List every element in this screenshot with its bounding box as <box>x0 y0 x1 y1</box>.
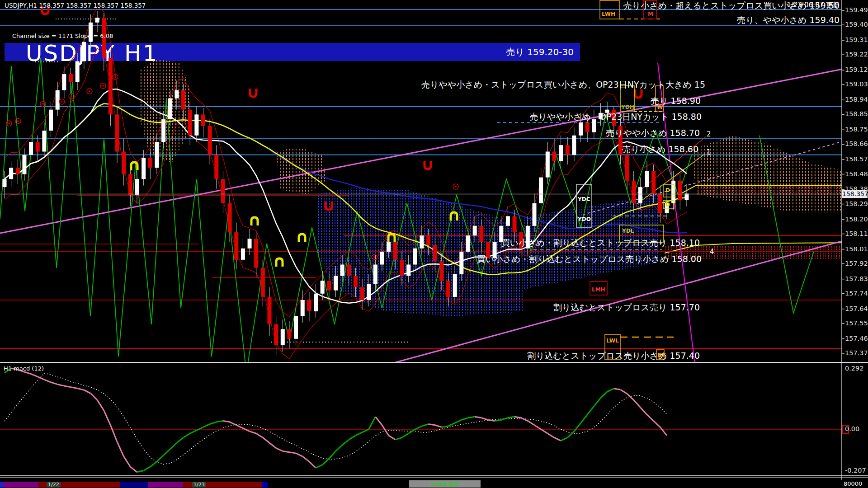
macd-line-segment <box>521 418 528 421</box>
macd-line-segment <box>614 389 621 389</box>
candle-body <box>115 114 119 151</box>
macd-line-segment <box>184 433 190 437</box>
price-annotation: 売りやや小さめ、OP23日NYカット 158.80 <box>530 111 702 123</box>
timeline-segment <box>148 482 183 488</box>
candle-body <box>572 136 576 155</box>
macd-indicator-label: H1 macd (12) <box>4 365 44 372</box>
macd-line-segment <box>528 421 534 425</box>
sell-dot-marker-center <box>8 122 10 124</box>
timeline-segment: 1/22 <box>38 482 120 488</box>
macd-line-segment <box>647 415 654 421</box>
macd-line-segment <box>263 437 269 443</box>
candle-body <box>479 226 483 242</box>
price-axis-label: 158.755 <box>845 126 868 133</box>
mt4-chart-window: USDJPY H1 売り 159.20-30 USDJPY,H1 158.357… <box>0 0 868 488</box>
macd-line-segment <box>362 429 369 432</box>
chart-object-label: YDL <box>622 228 634 234</box>
sell-dot-marker-center <box>71 95 72 97</box>
candle-body <box>585 122 590 132</box>
macd-line-segment <box>660 427 667 435</box>
macd-line-segment <box>587 406 594 414</box>
macd-line-segment <box>442 426 448 427</box>
sell-arrow-icon <box>250 89 256 97</box>
candle-body <box>75 61 80 82</box>
buy-arrow-icon <box>276 258 283 267</box>
candle-body <box>9 168 13 179</box>
sell-dot-marker-center <box>373 256 375 258</box>
price-annotation: 割り込むとストップロス売り 157.70 <box>553 302 700 314</box>
candle-body <box>142 158 146 179</box>
sell-arrow-icon <box>425 161 431 169</box>
macd-line-segment <box>223 421 230 422</box>
candle-body <box>321 281 325 294</box>
macd-line-segment <box>448 423 455 426</box>
candle-body <box>433 245 437 262</box>
candle-body <box>208 126 212 155</box>
macd-line-segment <box>203 424 210 427</box>
candle-body <box>29 142 33 155</box>
price-axis-label: 158.665 <box>845 140 868 147</box>
sell-dot-marker-center <box>455 186 457 188</box>
macd-line-segment <box>481 418 488 420</box>
macd-line-segment <box>44 380 51 382</box>
macd-line-segment <box>422 424 429 426</box>
price-annotation: 割り込むとストップロス売り小さめ 157.40 <box>527 350 700 362</box>
macd-line-segment <box>283 451 289 452</box>
macd-line-segment <box>601 392 608 398</box>
candle-body <box>108 58 113 114</box>
candle-body <box>439 261 443 281</box>
candle-body <box>559 145 563 161</box>
macd-line-segment <box>554 437 561 441</box>
macd-line-segment <box>104 410 111 425</box>
candle-body <box>334 276 338 291</box>
macd-line-segment <box>90 394 97 400</box>
macd-line-segment <box>462 418 468 420</box>
price-axis-label: 157.460 <box>845 335 868 342</box>
chart-object-label: YDO <box>578 216 591 222</box>
buy-arrow-icon <box>299 234 305 242</box>
macd-axis-label: 0.00 <box>845 425 859 432</box>
buy-arrow-icon <box>131 162 137 170</box>
macd-line-segment <box>514 417 521 418</box>
macd-line-segment <box>620 389 627 394</box>
candle-body <box>566 145 570 155</box>
macd-line-segment <box>137 470 144 472</box>
macd-line-segment <box>429 424 435 425</box>
candle-body <box>234 232 238 260</box>
candle-body <box>533 203 537 226</box>
candle-body <box>168 99 172 119</box>
price-annotation: 買い小さめ・割り込むとストップロス売り小さめ 158.00 <box>477 253 702 265</box>
macd-line-segment <box>488 420 495 421</box>
macd-toggle-button[interactable]: macd ON! <box>409 480 481 488</box>
candle-body <box>347 265 351 276</box>
macd-line-segment <box>197 427 203 430</box>
macd-line-segment <box>71 387 78 389</box>
candle-body <box>82 42 86 61</box>
macd-line-segment <box>336 445 343 451</box>
buy-arrow-icon <box>251 217 258 225</box>
candle-body <box>122 152 126 174</box>
macd-line-segment <box>210 422 217 424</box>
price-axis-label: 158.940 <box>845 96 868 103</box>
macd-line-segment <box>355 432 362 436</box>
price-axis-label: 157.925 <box>845 260 868 267</box>
macd-line-segment <box>276 448 283 451</box>
candle-body <box>658 193 662 213</box>
candle-body <box>16 168 20 174</box>
macd-line-segment <box>51 382 58 385</box>
price-annotation: 売り小さめ・超えるとストップロス買い小さめ 159.50 <box>623 0 840 12</box>
timeline-segment <box>0 482 4 488</box>
candle-body <box>148 158 152 168</box>
candle-body <box>539 178 543 203</box>
timeline-date-label: 1/23 <box>192 482 206 488</box>
candle-body <box>95 18 99 23</box>
macd-line-segment <box>581 415 588 423</box>
macd-line-segment <box>302 456 309 462</box>
ohlc-readout: USDJPY,H1 158.357 158.357 158.357 158.35… <box>5 2 146 9</box>
candle-body <box>400 260 404 276</box>
projection-strip <box>696 186 850 193</box>
price-axis-label: 158.480 <box>845 170 868 178</box>
macd-line-segment <box>382 425 389 436</box>
macd-line-segment <box>561 437 568 441</box>
chart-object-label: D <box>665 187 670 193</box>
